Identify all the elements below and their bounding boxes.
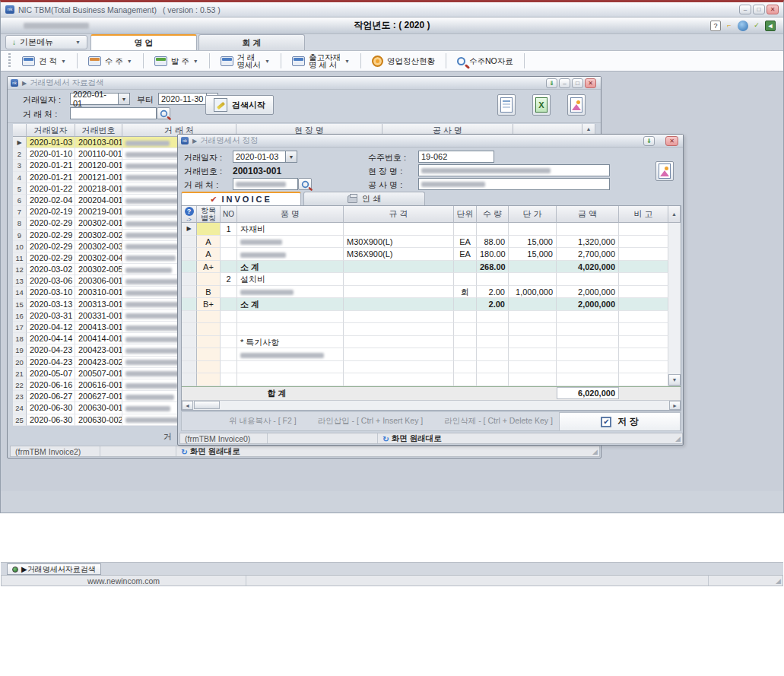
close-button[interactable]: ✕ [585,78,596,88]
image-button[interactable] [655,161,674,181]
invoice-row[interactable]: * 특기사항 [182,336,668,349]
checkbox-check-icon: ✔ [601,417,611,427]
invoice-row[interactable]: AM30X900(L)EA88.0015,0001,320,000 [182,236,668,249]
date-from-combo[interactable]: 2020-01-01 ▼ [70,93,130,105]
minimize-button[interactable]: – [559,78,570,88]
invoice-row[interactable]: B회2.001,000,0002,000,000 [182,286,668,299]
toolbar-orderno-button[interactable]: 수주NO자료 [452,56,519,67]
globe-icon[interactable] [738,21,748,31]
invoice-date-value[interactable]: 2020-01-03 [233,151,286,163]
minimize-button[interactable]: – [739,5,751,14]
toolbar-shipping-button[interactable]: 출고자재 명 세 서 ▼ [287,52,355,70]
scrollbar-thumb[interactable] [194,401,220,409]
cell-no [221,261,237,274]
scroll-up-button[interactable]: ▲ [668,206,681,223]
form-id: (frmTBM Invoice2) [11,446,100,456]
scroll-left-button[interactable]: ◄ [182,401,193,410]
tab-sales[interactable]: 영 업 [90,34,197,50]
client-input[interactable] [70,107,157,119]
cell-amount [557,348,619,361]
toolbar-order-button[interactable]: 수 주 ▼ [83,55,138,68]
invoice-row[interactable]: AM36X900(L)EA180.0015,0002,700,000 [182,248,668,261]
invoice-row[interactable]: ▶1자재비 [182,223,668,236]
toolbar-quote-button[interactable]: 견 적 ▼ [17,55,71,68]
redacted-text [125,406,170,411]
invoice-row[interactable] [182,348,668,361]
chevron-down-icon[interactable]: ▼ [119,93,130,105]
cell-unit [454,348,477,361]
resize-grip[interactable]: ◢ [776,577,782,585]
maximize-button[interactable]: □ [572,78,583,88]
taskbar-tab[interactable]: ▶거래명세서자료검색 [7,563,101,575]
preview-button[interactable] [497,94,516,116]
maximize-button[interactable]: □ [753,5,765,14]
invoice-row[interactable] [182,373,668,386]
exit-icon[interactable]: ◄ [765,21,776,31]
toolbar-settlement-button[interactable]: 영업정산현황 [367,54,440,68]
image-export-button[interactable] [567,94,586,116]
row-marker [182,273,197,286]
horizontal-scrollbar[interactable]: ◄ ► [182,400,681,410]
client-search-field[interactable] [70,107,170,119]
row-marker: 7 [13,206,27,217]
search-start-label: 검색시작 [232,100,265,111]
scroll-down-button[interactable]: ▼ [668,374,681,386]
invoice-row[interactable] [182,323,668,336]
date-to-value[interactable]: 2020-11-30 [158,93,207,105]
close-button[interactable]: ✕ [767,5,779,14]
cell-doc-no: 200310-001 [75,287,122,298]
toolbar-grip[interactable] [8,53,11,68]
site-input[interactable] [418,164,610,176]
invoice-row[interactable]: B+소 계2.002,000,000 [182,298,668,311]
cell-doc-no: 200110-001 [75,148,122,160]
reset-view-button[interactable]: ↻화면 원래대로 [176,446,245,456]
resize-grip[interactable]: ◢ [592,448,599,455]
invoice-row[interactable] [182,361,668,374]
tab-print[interactable]: 인 쇄 [303,192,425,205]
invoice-date-combo[interactable]: 2020-01-03 ▼ [233,151,297,163]
client-input[interactable] [233,178,298,190]
order-no-input[interactable]: 19-062 [418,151,494,163]
app-title: NIC TBM(Total Business Management) [18,5,157,14]
cell-unit [454,361,477,374]
edit-check-icon[interactable]: ✓ [751,21,762,31]
tab-invoice[interactable]: ✔ INVOICE [181,192,301,205]
construction-input[interactable] [418,178,610,190]
vertical-scrollbar[interactable]: ▼ [668,223,681,386]
cell-qty: 88.00 [477,236,509,249]
header-band: 작업년도 : ( 2020 ) ? ⌐ ✓ ◄ [1,17,783,34]
excel-export-button[interactable]: X [532,94,551,116]
cell-doc-no: 200306-001 [75,275,122,287]
toolbar-purchase-button[interactable]: 발 주 ▼ [149,55,204,68]
key-icon[interactable]: ⌐ [724,21,735,31]
chevron-down-icon[interactable]: ▼ [286,151,297,163]
toolbar-shipping-label: 출고자재 명 세 서 [309,53,341,68]
main-menu-button[interactable]: ↓ 기본메뉴 ▼ [5,35,87,49]
date-from-value[interactable]: 2020-01-01 [70,93,119,105]
close-button[interactable]: ✕ [665,136,678,146]
header-no: NO [221,206,237,223]
cell-no [221,348,237,361]
invoice-row[interactable]: 2설치비 [182,273,668,286]
resize-grip[interactable]: ◢ [675,435,682,443]
reset-view-button[interactable]: ↻화면 원래대로 [378,433,446,443]
search-start-button[interactable]: 검색시작 [205,95,274,115]
invoice-row[interactable] [182,311,668,324]
scroll-right-button[interactable]: ► [669,401,681,410]
cell-spec [344,361,454,374]
toolbar-invoice-button[interactable]: 거 래 명세서 ▼ [215,52,275,70]
cell-unit [454,298,477,311]
invoice-client-field[interactable] [233,178,312,190]
cell-price [509,298,557,311]
cell-alias: B+ [197,298,221,311]
export-window-button[interactable]: ⇓ [546,78,557,88]
save-button[interactable]: ✔ 저 장 [559,412,681,430]
help-icon[interactable]: ? [710,21,721,31]
cell-spec [344,261,454,274]
client-lookup-button[interactable] [298,178,312,190]
cell-date: 2020-02-29 [27,230,75,241]
tab-accounting[interactable]: 회 계 [198,34,305,50]
export-window-button[interactable]: ⇓ [643,136,655,146]
invoice-row[interactable]: A+소 계268.004,020,000 [182,261,668,274]
client-lookup-button[interactable] [157,107,170,119]
